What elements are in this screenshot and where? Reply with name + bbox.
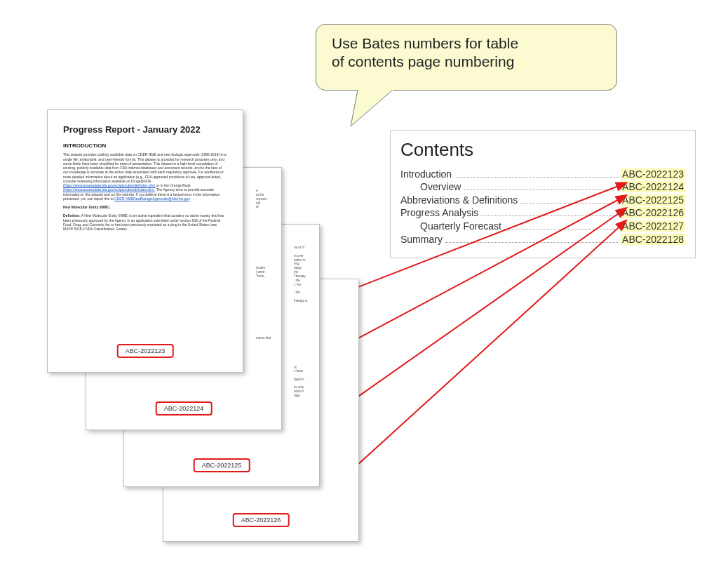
doc-body: Progress Report - January 2022 INTRODUCT… <box>48 110 243 242</box>
toc-row: Summary ABC-2022128 <box>400 233 685 245</box>
bates-label: ABC-2022126 <box>233 513 290 527</box>
toc-page: ABC-2022125 <box>621 194 685 206</box>
toc-page: ABC-2022126 <box>621 207 685 218</box>
toc-dots <box>481 207 618 217</box>
toc-dots <box>504 220 618 230</box>
callout-bubble: Use Bates numbers for table of contents … <box>316 24 617 91</box>
toc-row: Introduction ABC-2022123 <box>400 168 685 180</box>
diagram-stage: Use Bates numbers for table of contents … <box>0 0 728 565</box>
page-edge-text: ne or innt overcation isringrappytheTher… <box>294 246 315 303</box>
doc-intro-heading: INTRODUCTION <box>63 142 227 149</box>
doc-page-1: Progress Report - January 2022 INTRODUCT… <box>47 109 243 373</box>
callout-line1: Use Bates numbers for table <box>332 34 601 53</box>
toc-dots <box>454 168 618 178</box>
bates-label: ABC-2022123 <box>117 344 174 358</box>
doc-paragraph: This dataset provides publicly available… <box>63 152 227 201</box>
doc-paragraph: Definition: A New Molecular Entity (NME)… <box>63 213 227 231</box>
toc-row: Abbreviations & Definitions ABC-2022125 <box>400 194 685 206</box>
toc-list: Introduction ABC-2022123 Overview ABC-20… <box>400 168 685 245</box>
toc-label: Introduction <box>400 168 452 180</box>
toc-page: ABC-2022124 <box>621 181 685 192</box>
toc-page: ABC-2022127 <box>621 220 685 232</box>
toc-row: Quarterly Forecast ABC-2022127 <box>400 220 685 232</box>
bates-label: ABC-2022124 <box>156 401 213 416</box>
contents-heading: Contents <box>400 139 685 161</box>
toc-page: ABC-2022128 <box>621 234 685 245</box>
callout-line2: of contents page numbering <box>332 53 601 71</box>
toc-dots <box>445 233 618 243</box>
doc-nme-heading: New Molecular Entity (NME) <box>63 205 227 209</box>
toc-dots <box>520 194 618 204</box>
toc-label: Overview <box>420 181 461 192</box>
toc-dots <box>464 181 618 191</box>
toc-label: Abbreviations & Definitions <box>400 194 518 206</box>
toc-row: Overview ABC-2022124 <box>400 181 685 193</box>
page-edge-text: ry.s haveayed ines onlyation intage <box>294 365 315 398</box>
bates-label: ABC-2022125 <box>194 458 250 472</box>
toc-label: Progress Analysis <box>400 207 478 218</box>
toc-page: ABC-2022123 <box>621 168 685 180</box>
doc-title: Progress Report - January 2022 <box>63 124 227 135</box>
page-edge-text: cludes) wereTrack, <box>256 266 277 279</box>
toc-label: Quarterly Forecast <box>420 220 501 232</box>
toc-row: Progress Analysis ABC-2022126 <box>400 207 685 219</box>
page-edge-text: ments that <box>256 336 277 340</box>
svg-marker-0 <box>351 90 393 126</box>
toc-label: Summary <box>400 234 443 245</box>
contents-panel: Contents Introduction ABC-2022123 Overvi… <box>390 130 696 258</box>
page-edge-text: eat theurposesnalal <box>256 189 277 209</box>
